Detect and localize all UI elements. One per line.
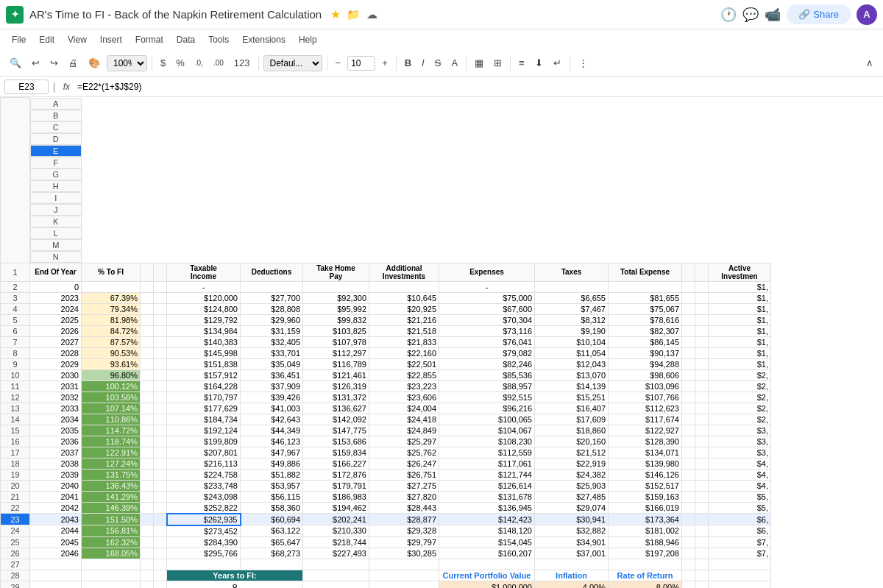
cell-C25[interactable]	[141, 536, 154, 548]
cell-D4[interactable]	[154, 303, 167, 314]
cell-A3[interactable]: 2023	[30, 292, 82, 303]
cell-M28[interactable]	[695, 570, 709, 581]
cell-B28[interactable]	[82, 570, 141, 581]
cell-I1[interactable]: Expenses	[439, 263, 535, 281]
cell-B10[interactable]: 96.80%	[82, 369, 141, 380]
cell-M6[interactable]	[695, 325, 709, 336]
cell-F23[interactable]: $60,694	[241, 514, 303, 525]
cell-K18[interactable]: $139,980	[609, 458, 682, 469]
cell-H16[interactable]: $25,297	[369, 436, 439, 447]
comment-icon[interactable]: 💬	[742, 7, 759, 23]
cell-J2[interactable]	[535, 281, 609, 292]
cell-C17[interactable]	[141, 447, 154, 458]
cell-M1[interactable]	[695, 263, 709, 281]
cell-J8[interactable]: $11,054	[535, 347, 609, 358]
cell-J4[interactable]: $7,467	[535, 303, 609, 314]
cell-D8[interactable]	[154, 347, 167, 358]
cell-E16[interactable]: $199,809	[167, 436, 241, 447]
cell-J24[interactable]: $32,882	[535, 525, 609, 537]
cell-D29[interactable]	[154, 581, 167, 588]
cell-A16[interactable]: 2036	[30, 436, 82, 447]
col-header-K[interactable]: K	[30, 216, 82, 227]
cell-G16[interactable]: $153,686	[303, 436, 369, 447]
cell-F8[interactable]: $33,701	[241, 347, 303, 358]
menu-tools[interactable]: Tools	[202, 32, 235, 47]
cell-L8[interactable]	[682, 347, 695, 358]
col-header-N[interactable]: N	[30, 251, 82, 263]
row-num-10[interactable]: 10	[1, 369, 30, 380]
cell-E8[interactable]: $145,998	[167, 347, 241, 358]
cell-N18[interactable]: $4,	[709, 458, 771, 469]
cell-L16[interactable]	[682, 436, 695, 447]
cell-B19[interactable]: 131.75%	[82, 469, 141, 480]
cell-M8[interactable]	[695, 347, 709, 358]
cell-K14[interactable]: $117,674	[609, 414, 682, 425]
col-header-A[interactable]: A	[30, 98, 82, 110]
cell-H18[interactable]: $26,247	[369, 458, 439, 469]
cell-G7[interactable]: $107,978	[303, 336, 369, 347]
borders-btn[interactable]: ▦	[471, 55, 487, 71]
redo-btn[interactable]: ↪	[46, 55, 62, 71]
cell-G18[interactable]: $166,227	[303, 458, 369, 469]
bold-btn[interactable]: B	[401, 55, 415, 71]
cell-E21[interactable]: $243,098	[167, 491, 241, 502]
cell-A1[interactable]: End Of Year	[30, 263, 82, 281]
row-num-7[interactable]: 7	[1, 336, 30, 347]
cell-G4[interactable]: $95,992	[303, 303, 369, 314]
cell-N19[interactable]: $4,	[709, 469, 771, 480]
col-header-M[interactable]: M	[30, 239, 82, 251]
cell-C24[interactable]	[141, 525, 154, 537]
cell-D21[interactable]	[154, 491, 167, 502]
cell-C19[interactable]	[141, 469, 154, 480]
cell-L12[interactable]	[682, 392, 695, 403]
cell-A5[interactable]: 2025	[30, 314, 82, 325]
italic-btn[interactable]: I	[418, 55, 428, 71]
cell-J6[interactable]: $9,190	[535, 325, 609, 336]
cell-I6[interactable]: $73,116	[439, 325, 535, 336]
menu-edit[interactable]: Edit	[33, 32, 60, 47]
cell-L17[interactable]	[682, 447, 695, 458]
cell-G23[interactable]: $202,241	[303, 514, 369, 525]
cell-L7[interactable]	[682, 336, 695, 347]
cell-K10[interactable]: $98,606	[609, 369, 682, 380]
cell-D5[interactable]	[154, 314, 167, 325]
cell-K16[interactable]: $128,390	[609, 436, 682, 447]
cell-J10[interactable]: $13,070	[535, 369, 609, 380]
cell-E24[interactable]: $273,452	[167, 525, 241, 537]
cell-D15[interactable]	[154, 425, 167, 436]
cell-I13[interactable]: $96,216	[439, 403, 535, 414]
cell-I10[interactable]: $85,536	[439, 369, 535, 380]
cell-H22[interactable]: $28,443	[369, 502, 439, 514]
cell-B29[interactable]	[82, 581, 141, 588]
cell-H26[interactable]: $30,285	[369, 548, 439, 559]
cell-G14[interactable]: $142,092	[303, 414, 369, 425]
cell-D26[interactable]	[154, 548, 167, 559]
cell-H8[interactable]: $22,160	[369, 347, 439, 358]
cell-H2[interactable]	[369, 281, 439, 292]
cell-D7[interactable]	[154, 336, 167, 347]
cell-N26[interactable]: $7,	[709, 548, 771, 559]
menu-data[interactable]: Data	[171, 32, 201, 47]
cell-N25[interactable]: $7,	[709, 536, 771, 548]
cell-C21[interactable]	[141, 491, 154, 502]
cell-C14[interactable]	[141, 414, 154, 425]
cell-F24[interactable]: $63,122	[241, 525, 303, 537]
cell-M21[interactable]	[695, 491, 709, 502]
cell-E4[interactable]: $124,800	[167, 303, 241, 314]
cell-J5[interactable]: $8,312	[535, 314, 609, 325]
cell-N5[interactable]: $1,	[709, 314, 771, 325]
cell-M22[interactable]	[695, 502, 709, 514]
cell-F26[interactable]: $68,273	[241, 548, 303, 559]
zoom-selector[interactable]: 100%	[107, 55, 147, 71]
cell-K15[interactable]: $122,927	[609, 425, 682, 436]
cell-K2[interactable]	[609, 281, 682, 292]
cell-J22[interactable]: $29,074	[535, 502, 609, 514]
row-num-22[interactable]: 22	[1, 502, 30, 514]
menu-insert[interactable]: Insert	[94, 32, 128, 47]
cell-C6[interactable]	[141, 325, 154, 336]
cell-E9[interactable]: $151,838	[167, 358, 241, 369]
cell-E22[interactable]: $252,822	[167, 502, 241, 514]
cell-L20[interactable]	[682, 480, 695, 491]
folder-icon[interactable]: 📁	[347, 8, 361, 21]
cell-M29[interactable]	[695, 581, 709, 588]
